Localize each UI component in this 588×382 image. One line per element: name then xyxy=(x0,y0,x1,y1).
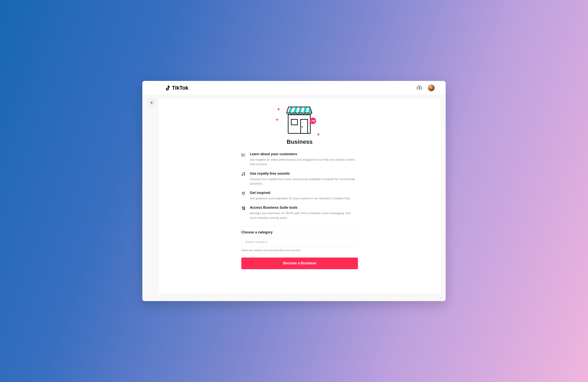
svg-rect-1 xyxy=(291,119,297,125)
features-list: Learn about your customers Get insights … xyxy=(241,152,358,226)
feature-title: Use royalty-free sounds xyxy=(250,171,358,176)
feature-desc: Get guidance and inspiration for your co… xyxy=(250,196,351,201)
arrow-left-icon xyxy=(150,101,153,105)
tiktok-note-icon xyxy=(166,85,171,91)
svg-point-4 xyxy=(242,175,243,175)
feature-suite: Access Business Suite tools Manage your … xyxy=(241,206,358,220)
topbar: TikTok xyxy=(142,81,446,95)
feature-title: Access Business Suite tools xyxy=(250,206,358,210)
svg-rect-2 xyxy=(301,119,308,133)
sparkle-icon: + xyxy=(277,106,280,112)
category-label: Choose a category xyxy=(241,230,358,234)
become-business-button[interactable]: Become a Business xyxy=(241,257,358,269)
feature-desc: Manage your business on TikTok with Post… xyxy=(250,211,358,220)
feature-title: Learn about your customers xyxy=(250,152,358,156)
feature-inspired: Get inspired Get guidance and inspiratio… xyxy=(241,191,358,201)
svg-point-5 xyxy=(244,174,245,175)
storefront-icon xyxy=(281,106,318,137)
topbar-right xyxy=(417,85,435,91)
brand-text: TikTok xyxy=(172,85,189,91)
category-search-input[interactable] xyxy=(241,237,358,247)
page-body: + + + xyxy=(142,95,446,301)
feature-title: Get inspired xyxy=(250,191,351,195)
sparkle-icon: + xyxy=(275,117,278,122)
svg-point-3 xyxy=(302,126,303,127)
business-illustration: + + + xyxy=(274,106,325,137)
content-card: + + + xyxy=(159,98,441,293)
page-title: Business xyxy=(287,138,313,145)
app-window: TikTok + + + xyxy=(142,81,446,301)
feature-sounds: Use royalty-free sounds Choose from roya… xyxy=(241,171,358,186)
upload-icon[interactable] xyxy=(417,85,422,90)
feature-insights: Learn about your customers Get insights … xyxy=(241,152,358,167)
storefront-icon xyxy=(241,206,246,220)
svg-point-6 xyxy=(242,192,244,194)
divider xyxy=(241,226,358,226)
feature-desc: Get insights on video performance and en… xyxy=(250,157,358,167)
music-note-icon xyxy=(241,171,246,186)
lightbulb-icon xyxy=(241,191,246,201)
back-button[interactable] xyxy=(147,98,156,107)
category-helper: Select the category that best describes … xyxy=(241,249,358,252)
chart-line-icon xyxy=(241,152,246,167)
brand-logo[interactable]: TikTok xyxy=(166,85,189,91)
feature-desc: Choose from royalty-free music and sound… xyxy=(250,177,358,186)
avatar[interactable] xyxy=(428,85,435,91)
